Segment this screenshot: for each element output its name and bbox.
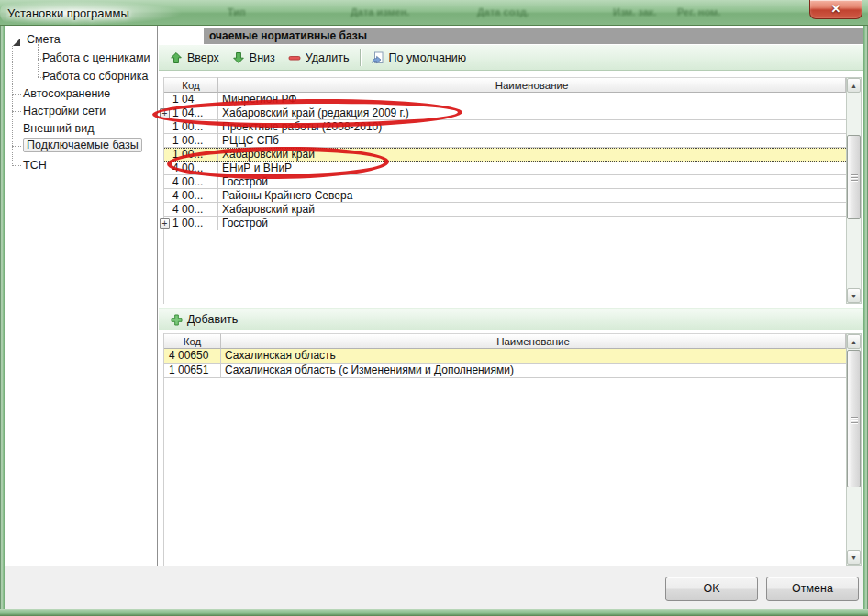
expand-plus-icon[interactable]: + [160,218,170,229]
thumb-grip [851,422,858,423]
cell-code: +1 04... [164,106,218,119]
scroll-down-button[interactable]: ▼ [847,288,861,303]
move-up-button[interactable]: Вверх [163,49,226,67]
sidebar-item-label: Работа со сборника [42,70,148,83]
cell-code: 4 00... [164,175,218,188]
arrow-up-icon [170,51,183,64]
page-default-icon [371,51,384,64]
scroll-up-button[interactable]: ▲ [847,334,861,349]
cell-code: 4 00650 [164,349,221,363]
cell-code: 1 00... [164,120,218,133]
window-title: Установки программы [7,0,129,26]
window-border-bottom [0,609,868,616]
table-row[interactable]: 1 00...Хабаровский край [164,148,846,162]
add-label: Добавить [187,313,238,326]
table-row[interactable]: 1 04Минрегион РФ [164,93,846,106]
move-down-button[interactable]: Вниз [226,49,282,67]
background-column-label: Тип [228,6,246,17]
column-header-name[interactable]: Наименование [221,333,846,349]
ok-button[interactable]: OK [665,577,758,601]
settings-tree: СметаРабота с ценникамиРабота со сборник… [5,26,158,566]
tree-connector [12,111,21,112]
table-row[interactable]: 4 00...Хабаровский край [164,203,846,217]
cell-code: 1 00651 [164,364,221,377]
column-header-code[interactable]: Код [164,333,221,349]
settings-dialog: Тип Дата измен. Дата созд. Изм. зак. Рег… [0,0,868,616]
column-header-code[interactable]: Код [164,77,218,93]
tree-expanded-icon[interactable] [13,37,21,50]
cell-code: 1 00... [164,134,218,147]
table-header: Код Наименование [164,333,846,349]
table-row[interactable]: 1 00...РЦЦС СПб [164,134,846,148]
cell-code: 4 00... [164,203,218,216]
sidebar-item-8[interactable]: ТСН [23,159,47,172]
column-header-name[interactable]: Наименование [218,77,846,93]
connected-bases-table: Код Наименование 1 04Минрегион РФ+1 04..… [163,77,846,304]
sidebar-item-7[interactable]: Подключаемые базы [23,139,142,151]
tree-connector [12,94,21,95]
background-column-label: Изм. зак. [613,6,656,17]
cell-code: 1 04 [164,93,218,106]
scroll-down-button[interactable]: ▼ [847,550,861,565]
sidebar-item-3[interactable]: Работа со сборника [42,70,148,83]
cell-name: РЦЦС СПб [218,134,846,147]
sidebar-item-4[interactable]: Автосохранение [23,87,110,100]
arrow-down-icon [232,51,245,64]
sidebar-item-label: Внешний вид [23,122,94,135]
section-header: очаемые нормативные базы [204,28,863,44]
connected-table-scrollbar[interactable]: ▲ ▼ [846,77,862,304]
delete-label: Удалить [306,51,350,64]
cell-code: 4 00... [164,189,218,202]
thumb-grip [851,420,858,420]
scrollbar-thumb[interactable] [847,350,861,487]
bases-toolbar: Вверх Вниз Удалить По умолчанию [159,45,863,71]
table-row[interactable]: +1 00...Госстрой [164,217,846,230]
title-bar[interactable]: Тип Дата измен. Дата созд. Изм. зак. Рег… [0,0,868,26]
close-icon: ✕ [831,2,841,16]
cell-name: Хабаровский край [218,203,846,216]
sidebar-item-1[interactable]: Смета [27,33,61,46]
cell-name: Хабаровский край [218,149,846,161]
add-toolbar: Добавить [159,308,863,330]
cell-name: Госстрой [218,217,846,230]
tree-connector [12,146,21,147]
section-header-label: очаемые нормативные базы [209,29,367,42]
cell-code: 1 00... [164,149,218,161]
add-button[interactable]: Добавить [164,310,244,329]
scroll-up-button[interactable]: ▲ [847,78,861,93]
table-row[interactable]: 1 00651Сахалинская область (с Изменениям… [164,364,846,378]
sidebar-item-5[interactable]: Настройки сети [23,105,106,118]
background-column-label: Дата измен. [351,6,409,17]
cell-name: Проектные работы (2008-2010) [218,120,846,133]
sidebar-item-label: Смета [27,33,61,46]
cell-code: 4 00... [164,162,218,174]
sidebar-item-2[interactable]: Работа с ценниками [42,51,150,64]
background-column-label: Дата созд. [477,6,529,17]
sidebar-item-6[interactable]: Внешний вид [23,122,94,135]
cell-code: +1 00... [164,217,218,230]
move-down-label: Вниз [250,51,275,64]
table-row[interactable]: +1 04...Хабаровский край (редакция 2009 … [164,106,846,120]
default-button[interactable]: По умолчанию [364,49,473,67]
sidebar-item-label: Автосохранение [23,87,110,100]
table-row[interactable]: 1 00...Проектные работы (2008-2010) [164,120,846,134]
cell-name: Госстрой [218,175,846,188]
sidebar-item-label: Подключаемые базы [23,138,142,152]
tree-connector [12,46,13,166]
table-row[interactable]: 4 00...ЕНиР и ВНиР [164,162,846,175]
scrollbar-thumb[interactable] [847,135,861,219]
background-column-label: Рег. ном. [677,6,720,17]
delete-button[interactable]: Удалить [282,49,356,67]
cancel-button[interactable]: Отмена [766,577,859,601]
sidebar-item-label: ТСН [23,159,47,172]
window-border-right [863,26,868,609]
cell-name: Сахалинская область [221,349,846,363]
table-row[interactable]: 4 00...Районы Крайнего Севера [164,189,846,203]
expand-plus-icon[interactable]: + [160,108,170,118]
close-button[interactable]: ✕ [809,0,862,19]
cell-name: Минрегион РФ [218,93,846,106]
available-table-scrollbar[interactable]: ▲ ▼ [846,333,862,566]
sidebar-item-label: Работа с ценниками [42,51,150,64]
table-row[interactable]: 4 00...Госстрой [164,175,846,189]
table-row[interactable]: 4 00650Сахалинская область [164,349,846,364]
